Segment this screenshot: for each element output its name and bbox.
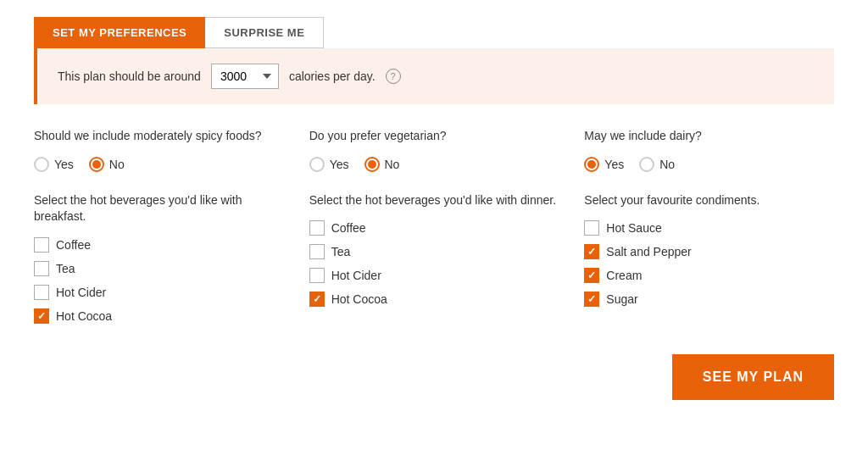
checkbox-item-0-2[interactable]: Hot Cider <box>34 285 284 300</box>
question-2: May we include dairy? <box>584 128 834 145</box>
checkbox-item-2-1[interactable]: ✓Salt and Pepper <box>584 244 834 259</box>
checkbox-label-2-3: Sugar <box>606 292 637 306</box>
checkbox-item-2-3[interactable]: ✓Sugar <box>584 292 834 307</box>
tab-surprise-me[interactable]: SURPRISE ME <box>205 17 324 48</box>
checkbox-list-0: CoffeeTeaHot Cider✓Hot Cocoa <box>34 237 284 324</box>
checkbox-item-0-0[interactable]: Coffee <box>34 237 284 253</box>
checkbox-item-1-0[interactable]: Coffee <box>309 220 559 236</box>
help-icon[interactable]: ? <box>386 69 401 84</box>
radio-custom-2-0 <box>584 157 599 172</box>
checkbox-custom-1-2 <box>309 268 325 283</box>
checkbox-label-2-0: Hot Sauce <box>606 221 661 235</box>
checkbox-item-2-2[interactable]: ✓Cream <box>584 268 834 283</box>
checkbox-custom-2-2: ✓ <box>584 268 599 283</box>
checkmark-0-3: ✓ <box>37 311 46 321</box>
radio-label-2-1: No <box>659 158 675 171</box>
checkbox-custom-2-1: ✓ <box>584 244 599 259</box>
radio-custom-1-1 <box>364 157 380 172</box>
radio-option-2-1[interactable]: No <box>639 157 675 172</box>
question-0: Should we include moderately spicy foods… <box>34 128 284 145</box>
radio-option-0-1[interactable]: No <box>89 157 125 172</box>
checkbox-label-1-3: Hot Cocoa <box>331 292 387 306</box>
radio-option-0-0[interactable]: Yes <box>34 157 74 172</box>
checkbox-label-1-2: Hot Cider <box>331 269 381 282</box>
checkbox-item-1-1[interactable]: Tea <box>309 244 559 259</box>
radio-custom-0-1 <box>89 157 104 172</box>
radio-label-1-0: Yes <box>330 158 349 171</box>
column-1: Do you prefer vegetarian?YesNoSelect the… <box>309 128 559 324</box>
calories-suffix: calories per day. <box>289 69 376 83</box>
question-1: Do you prefer vegetarian? <box>309 128 559 145</box>
checkbox-list-2: Hot Sauce✓Salt and Pepper✓Cream✓Sugar <box>584 220 834 307</box>
checkbox-item-1-2[interactable]: Hot Cider <box>309 268 559 283</box>
calories-bar: This plan should be around 1500200025003… <box>34 48 834 104</box>
checkbox-label-2-1: Salt and Pepper <box>606 245 691 258</box>
see-plan-button[interactable]: SEE MY PLAN <box>672 354 834 400</box>
radio-custom-0-0 <box>34 157 49 172</box>
radio-custom-1-0 <box>309 157 325 172</box>
column-0: Should we include moderately spicy foods… <box>34 128 284 324</box>
radio-dot-2-0 <box>587 160 596 169</box>
checkbox-label-0-0: Coffee <box>56 238 91 252</box>
radio-group-1: YesNo <box>309 157 559 172</box>
checkbox-custom-0-1 <box>34 261 49 276</box>
checkmark-1-3: ✓ <box>313 294 321 304</box>
section-label-2: Select your favourite condiments. <box>584 192 834 209</box>
checkmark-2-2: ✓ <box>587 270 596 280</box>
checkbox-custom-2-0 <box>584 220 599 236</box>
checkbox-label-0-2: Hot Cider <box>56 286 106 299</box>
radio-dot-1-1 <box>368 160 376 169</box>
checkmark-2-1: ✓ <box>587 247 596 257</box>
checkbox-item-1-3[interactable]: ✓Hot Cocoa <box>309 292 559 307</box>
checkbox-custom-2-3: ✓ <box>584 292 599 307</box>
section-label-0: Select the hot beverages you'd like with… <box>34 192 284 225</box>
calories-select[interactable]: 15002000250030003500 <box>211 64 279 89</box>
checkbox-label-0-1: Tea <box>56 262 75 275</box>
radio-label-2-0: Yes <box>604 158 624 171</box>
radio-label-1-1: No <box>385 158 400 171</box>
checkbox-custom-0-3: ✓ <box>34 308 49 324</box>
column-2: May we include dairy?YesNoSelect your fa… <box>584 128 834 324</box>
checkmark-2-3: ✓ <box>587 294 596 304</box>
checkbox-label-1-0: Coffee <box>331 221 366 235</box>
radio-group-0: YesNo <box>34 157 284 172</box>
main-grid: Should we include moderately spicy foods… <box>34 128 834 324</box>
checkbox-label-2-2: Cream <box>606 269 642 282</box>
checkbox-custom-1-1 <box>309 244 325 259</box>
radio-option-1-1[interactable]: No <box>364 157 400 172</box>
checkbox-item-2-0[interactable]: Hot Sauce <box>584 220 834 236</box>
tab-bar: SET MY PREFERENCES SURPRISE ME <box>34 17 834 48</box>
radio-label-0-1: No <box>109 158 125 171</box>
radio-dot-0-1 <box>92 160 101 169</box>
checkbox-custom-1-3: ✓ <box>309 292 325 307</box>
radio-custom-2-1 <box>639 157 654 172</box>
bottom-bar: SEE MY PLAN <box>34 354 834 400</box>
checkbox-list-1: CoffeeTeaHot Cider✓Hot Cocoa <box>309 220 559 307</box>
checkbox-custom-1-0 <box>309 220 325 236</box>
checkbox-item-0-1[interactable]: Tea <box>34 261 284 276</box>
radio-group-2: YesNo <box>584 157 834 172</box>
checkbox-custom-0-2 <box>34 285 49 300</box>
tab-set-preferences[interactable]: SET MY PREFERENCES <box>34 17 205 48</box>
calories-prefix: This plan should be around <box>58 69 201 83</box>
radio-label-0-0: Yes <box>54 158 74 171</box>
section-label-1: Select the hot beverages you'd like with… <box>309 192 559 209</box>
radio-option-1-0[interactable]: Yes <box>309 157 349 172</box>
checkbox-label-1-1: Tea <box>331 245 351 258</box>
checkbox-custom-0-0 <box>34 237 49 253</box>
checkbox-item-0-3[interactable]: ✓Hot Cocoa <box>34 308 284 324</box>
checkbox-label-0-3: Hot Cocoa <box>56 309 112 323</box>
radio-option-2-0[interactable]: Yes <box>584 157 624 172</box>
